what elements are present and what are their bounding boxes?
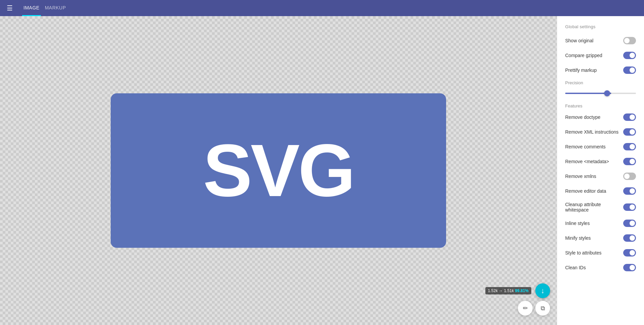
features-title: Features [557,101,644,110]
label-remove-editor-data: Remove editor data [565,188,623,194]
tab-markup[interactable]: MARKUP [44,0,67,16]
toggle-minify-styles[interactable] [623,234,636,242]
toggle-clean-ids[interactable] [623,264,636,271]
optimized-size: 1.51k [504,288,514,293]
toggle-slider-cleanup-attribute-whitespace [623,203,636,211]
label-cleanup-attribute-whitespace: Cleanup attribute whitespace [565,202,623,213]
label-remove-xml-instructions: Remove XML instructions [565,129,623,135]
settings-row-clean-ids: Clean IDs [557,260,644,275]
original-size: 1.52k [488,288,498,293]
toggle-inline-styles[interactable] [623,220,636,227]
precision-slider[interactable] [565,93,636,94]
toggle-remove-metadata[interactable] [623,158,636,165]
toggle-show-original[interactable] [623,37,636,44]
label-inline-styles: Inline styles [565,221,623,226]
precision-section: Precision [557,78,644,101]
label-compare-gzipped: Compare gzipped [565,53,623,58]
settings-row-show-original: Show original [557,33,644,48]
toggle-slider-remove-xml-instructions [623,128,636,136]
settings-row-prettify-markup: Prettify markup [557,63,644,78]
fab-actions: ✏ ⧉ [518,301,550,316]
settings-row-remove-doctype: Remove doctype [557,110,644,125]
size-info: 1.52k → 1.51k 99.81% [485,287,531,294]
toggle-slider-style-to-attributes [623,249,636,257]
settings-row-remove-xmlns: Remove xmlns [557,169,644,184]
toggle-prettify-markup[interactable] [623,66,636,74]
label-show-original: Show original [565,38,623,43]
settings-row-compare-gzipped: Compare gzipped [557,48,644,63]
global-settings-title: Global settings [557,21,644,33]
tab-image[interactable]: IMAGE [22,0,41,16]
toggle-slider-prettify-markup [623,66,636,74]
toggle-slider-show-original [623,37,636,44]
label-remove-xmlns: Remove xmlns [565,174,623,179]
toggle-remove-xmlns[interactable] [623,173,636,180]
settings-row-minify-styles: Minify styles [557,231,644,245]
download-button[interactable]: ↓ [535,283,550,298]
toggle-slider-minify-styles [623,234,636,242]
precision-label: Precision [565,80,636,85]
menu-icon[interactable]: ☰ [5,3,14,13]
settings-row-style-to-attributes: Style to attributes [557,245,644,260]
toggle-slider-remove-metadata [623,158,636,165]
size-percent: 99.81% [515,288,529,293]
toggle-slider-remove-editor-data [623,187,636,195]
label-remove-doctype: Remove doctype [565,114,623,120]
header-tabs: IMAGE MARKUP [22,0,67,16]
toggle-remove-xml-instructions[interactable] [623,128,636,136]
label-prettify-markup: Prettify markup [565,67,623,73]
fab-group: 1.52k → 1.51k 99.81% ↓ ✏ ⧉ [485,283,550,316]
feature-toggles: Remove doctypeRemove XML instructionsRem… [557,110,644,275]
settings-panel: Global settings Show originalCompare gzi… [557,16,644,325]
settings-row-remove-metadata: Remove <metadata> [557,154,644,169]
settings-row-remove-editor-data: Remove editor data [557,184,644,198]
main-area: SVG 1.52k → 1.51k 99.81% ↓ ✏ ⧉ Global se… [0,16,644,325]
label-style-to-attributes: Style to attributes [565,250,623,256]
toggle-compare-gzipped[interactable] [623,52,636,59]
toggle-slider-remove-doctype [623,113,636,121]
svg-display-text: SVG [203,134,354,207]
copy-button[interactable]: ⧉ [535,301,550,316]
label-minify-styles: Minify styles [565,235,623,241]
toggle-style-to-attributes[interactable] [623,249,636,257]
toggle-remove-comments[interactable] [623,143,636,150]
toggle-slider-remove-xmlns [623,173,636,180]
label-remove-comments: Remove comments [565,144,623,149]
settings-row-remove-comments: Remove comments [557,139,644,154]
toggle-slider-compare-gzipped [623,52,636,59]
toggle-remove-doctype[interactable] [623,113,636,121]
svg-preview: SVG [111,93,446,248]
arrow-icon: → [499,288,504,293]
edit-button[interactable]: ✏ [518,301,533,316]
header: ☰ IMAGE MARKUP [0,0,644,16]
size-info-row: 1.52k → 1.51k 99.81% ↓ [485,283,550,298]
label-remove-metadata: Remove <metadata> [565,159,623,164]
toggle-slider-clean-ids [623,264,636,271]
settings-row-cleanup-attribute-whitespace: Cleanup attribute whitespace [557,198,644,216]
global-toggles: Show originalCompare gzippedPrettify mar… [557,33,644,78]
label-clean-ids: Clean IDs [565,265,623,270]
settings-row-remove-xml-instructions: Remove XML instructions [557,125,644,139]
canvas-area: SVG 1.52k → 1.51k 99.81% ↓ ✏ ⧉ [0,16,557,325]
toggle-remove-editor-data[interactable] [623,187,636,195]
toggle-slider-remove-comments [623,143,636,150]
settings-row-inline-styles: Inline styles [557,216,644,231]
toggle-slider-inline-styles [623,220,636,227]
toggle-cleanup-attribute-whitespace[interactable] [623,203,636,211]
